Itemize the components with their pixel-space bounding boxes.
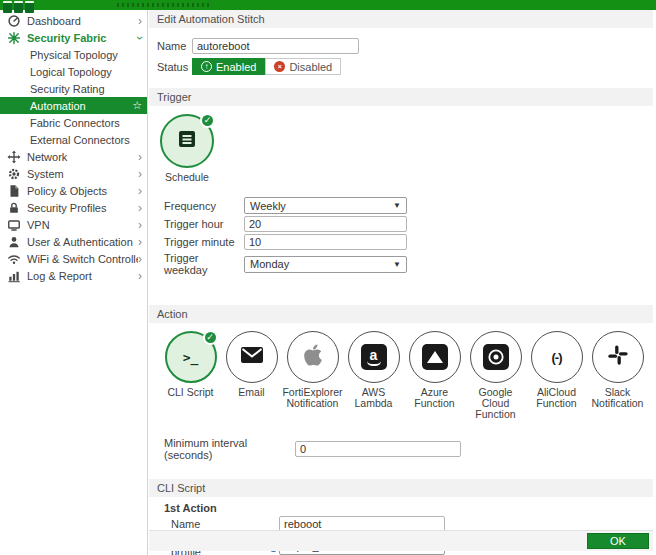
trigger-minute-label: Trigger minute: [164, 236, 244, 248]
chevron-right-icon: ›: [138, 254, 142, 264]
email-icon: [240, 345, 264, 369]
dashboard-icon: [6, 14, 21, 28]
system-icon: [6, 167, 21, 181]
min-interval-input[interactable]: [295, 441, 461, 457]
cli-name-label: Name: [171, 518, 279, 530]
sidebar-item-policy-objects[interactable]: Policy & Objects ›: [0, 182, 147, 199]
fortinet-logo-icon: [3, 1, 34, 13]
aws-lambda-icon: a: [361, 344, 387, 370]
security-fabric-icon: [6, 31, 21, 45]
footer-bar: OK: [149, 530, 653, 551]
terminal-icon: >_: [183, 350, 199, 365]
sidebar-item-network[interactable]: Network ›: [0, 148, 147, 165]
trigger-hour-row: Trigger hour: [149, 216, 656, 232]
topbar-dots-decoration: [117, 3, 209, 7]
action-tile-fortiexplorer[interactable]: FortiExplorer Notification: [282, 331, 343, 420]
sidebar-item-log-report[interactable]: Log & Report ›: [0, 267, 147, 284]
trigger-minute-row: Trigger minute: [149, 234, 656, 250]
status-row: Status ↑ Enabled × Disabled: [149, 58, 656, 75]
name-input[interactable]: [192, 38, 359, 54]
first-action-label: 1st Action: [149, 502, 656, 514]
status-label: Status: [157, 61, 192, 73]
sidebar-item-system[interactable]: System ›: [0, 165, 147, 182]
dropdown-caret-icon: ▼: [393, 260, 401, 269]
sidebar-item-dashboard[interactable]: Dashboard ›: [0, 12, 147, 29]
network-icon: [6, 150, 21, 164]
azure-icon: [422, 344, 448, 370]
min-interval-label: Minimum interval (seconds): [164, 437, 295, 461]
log-report-chart-icon: [6, 269, 21, 283]
trigger-tile-schedule[interactable]: ✓ Schedule: [157, 114, 217, 183]
trigger-weekday-row: Trigger weekday Monday ▼: [149, 252, 656, 276]
sidebar-item-fabric-connectors[interactable]: Fabric Connectors: [0, 114, 147, 131]
action-tile-cli-script[interactable]: >_ ✓ CLI Script: [160, 331, 221, 420]
name-label: Name: [157, 40, 192, 52]
chevron-right-icon: ›: [138, 271, 142, 281]
page-title: Edit Automation Stitch: [149, 10, 653, 28]
action-tile-slack-notification[interactable]: Slack Notification: [587, 331, 648, 420]
policy-objects-icon: [6, 184, 21, 198]
sidebar-item-logical-topology[interactable]: Logical Topology: [0, 63, 147, 80]
sidebar-item-physical-topology[interactable]: Physical Topology: [0, 46, 147, 63]
chevron-right-icon: ›: [138, 152, 142, 162]
app-window: Dashboard › Security Fabric › Physical T…: [0, 0, 656, 555]
sidebar-item-user-authentication[interactable]: User & Authentication ›: [0, 233, 147, 250]
sidebar-item-external-connectors[interactable]: External Connectors: [0, 131, 147, 148]
cli-script-section-header: CLI Script: [149, 479, 653, 497]
sidebar-item-automation[interactable]: Automation ☆: [0, 97, 147, 114]
ok-button[interactable]: OK: [587, 533, 649, 549]
chevron-right-icon: ›: [138, 16, 142, 26]
status-enabled-button[interactable]: ↑ Enabled: [192, 58, 265, 75]
apple-icon: [303, 343, 323, 371]
sidebar-item-vpn[interactable]: VPN ›: [0, 216, 147, 233]
action-tile-email[interactable]: Email: [221, 331, 282, 420]
status-toggle: ↑ Enabled × Disabled: [192, 58, 341, 75]
user-icon: [6, 235, 21, 249]
selected-check-icon: ✓: [203, 330, 218, 345]
trigger-weekday-select[interactable]: Monday ▼: [244, 256, 407, 273]
sidebar: Dashboard › Security Fabric › Physical T…: [0, 10, 148, 555]
schedule-icon: [175, 127, 199, 155]
security-profiles-lock-icon: [6, 201, 21, 215]
sidebar-item-label: Dashboard: [27, 15, 138, 27]
min-interval-row: Minimum interval (seconds): [149, 437, 656, 461]
trigger-hour-input[interactable]: [244, 216, 407, 232]
vpn-monitor-icon: [6, 218, 21, 232]
disabled-x-icon: ×: [274, 61, 285, 72]
action-tile-aws-lambda[interactable]: a AWS Lambda: [343, 331, 404, 420]
action-tile-google-cloud-function[interactable]: Google Cloud Function: [465, 331, 526, 420]
alicloud-icon: (-): [552, 350, 562, 365]
sidebar-item-security-rating[interactable]: Security Rating: [0, 80, 147, 97]
trigger-weekday-label: Trigger weekday: [164, 252, 244, 276]
chevron-right-icon: ›: [138, 186, 142, 196]
sidebar-item-label: Security Fabric: [27, 32, 138, 44]
chevron-right-icon: ›: [138, 237, 142, 247]
sidebar-item-security-fabric[interactable]: Security Fabric ›: [0, 29, 147, 46]
status-disabled-button[interactable]: × Disabled: [265, 58, 341, 75]
chevron-right-icon: ›: [138, 220, 142, 230]
slack-icon: [607, 344, 629, 370]
trigger-minute-input[interactable]: [244, 234, 407, 250]
action-tile-alicloud-function[interactable]: (-) AliCloud Function: [526, 331, 587, 420]
frequency-label: Frequency: [164, 200, 244, 212]
wifi-icon: [6, 252, 21, 266]
action-tile-azure-function[interactable]: Azure Function: [404, 331, 465, 420]
action-section-header: Action: [149, 305, 653, 323]
action-tiles: >_ ✓ CLI Script Email: [160, 331, 656, 420]
selected-check-icon: ✓: [200, 113, 215, 128]
enabled-up-arrow-icon: ↑: [201, 61, 212, 72]
name-row: Name: [149, 38, 656, 54]
chevron-down-icon: ›: [135, 36, 145, 40]
google-cloud-icon: [483, 344, 509, 370]
top-bar: [0, 0, 656, 10]
main-panel: Edit Automation Stitch Name Status ↑ Ena…: [149, 10, 656, 555]
favorite-star-icon[interactable]: ☆: [132, 99, 142, 112]
tile-label: Schedule: [165, 172, 209, 183]
chevron-right-icon: ›: [138, 169, 142, 179]
sidebar-item-security-profiles[interactable]: Security Profiles ›: [0, 199, 147, 216]
frequency-select[interactable]: Weekly ▼: [244, 197, 407, 214]
trigger-section-header: Trigger: [149, 88, 653, 106]
trigger-hour-label: Trigger hour: [164, 218, 244, 230]
sidebar-item-wifi-switch-controller[interactable]: WiFi & Switch Controller ›: [0, 250, 147, 267]
trigger-fields: Frequency Weekly ▼ Trigger hour Trigger …: [149, 197, 656, 276]
